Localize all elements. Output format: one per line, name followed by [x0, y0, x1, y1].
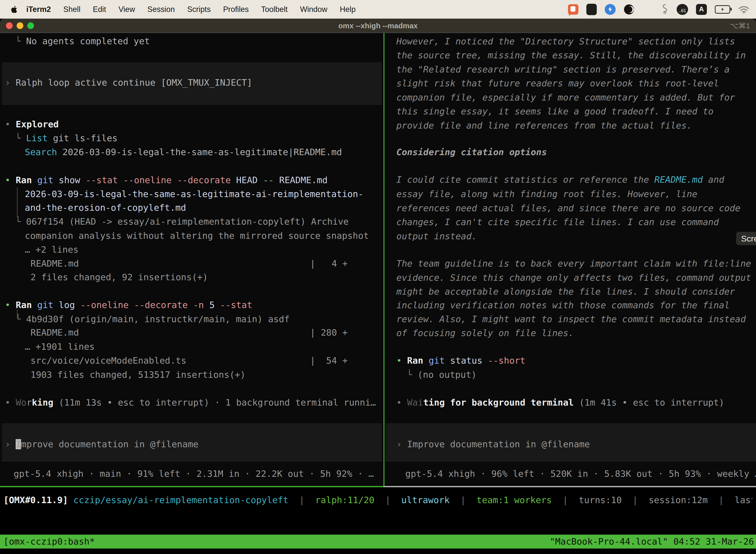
reasoning-line: companion file, especially if more comme… — [396, 90, 735, 105]
window-title: omx --xhigh --madmax — [0, 19, 756, 33]
menu-items: iTerm2 Shell Edit View Session Scripts P… — [26, 5, 356, 14]
terminal-pane-right[interactable]: However, I noticed the "Directory Struct… — [384, 33, 756, 486]
waiting-status-line: • Waiting for background terminal (1m 41… — [396, 395, 724, 409]
reasoning-line: changes, I can't cite specific file line… — [396, 215, 719, 229]
reasoning-line: this single essay, it seems like a good … — [396, 104, 713, 118]
menu-item-session[interactable]: Session — [147, 5, 175, 14]
git-log-output-commit: └ 4b9d30f (origin/main, instructkr/main,… — [15, 312, 290, 326]
tmux-session-name[interactable]: [omx-cczip0:bash* — [3, 535, 95, 549]
ralph-loop-line: › Ralph loop active continue [OMX_TMUX_I… — [5, 75, 252, 90]
omx-status-bar: [OMX#0.11.9] cczip/essay/ai-reimplementa… — [3, 493, 753, 507]
reasoning-line: the "Related research writing" section i… — [396, 62, 730, 76]
git-status-command: • Ran git status --short — [396, 353, 525, 368]
left-session-status: gpt-5.4 xhigh · main · 91% left · 2.31M … — [14, 466, 374, 481]
explored-list-line: └ List git ls-files — [15, 131, 118, 145]
pane-border-bottom-left — [0, 486, 383, 487]
git-status-output: └ (no output) — [407, 368, 477, 382]
battery-charging-icon[interactable] — [715, 5, 730, 14]
input-source-a-icon[interactable]: A — [696, 4, 707, 15]
menu-item-profiles[interactable]: Profiles — [223, 5, 249, 14]
git-show-output-more: … +2 lines — [25, 242, 79, 257]
reasoning-line: of focusing solely on file lines. — [396, 326, 574, 340]
tmux-host-clock: "MacBook-Pro-44.local" 04:52 31-Mar-26 — [550, 535, 754, 549]
reasoning-line: The team guideline is to back every impo… — [396, 257, 751, 271]
git-log-stat-more: … +1901 lines — [25, 340, 95, 354]
reasoning-line: I could cite commit statistics or refere… — [396, 172, 724, 187]
menu-item-view[interactable]: View — [119, 5, 135, 14]
explored-header: • Explored — [5, 117, 59, 131]
hook-icon[interactable] — [660, 3, 669, 15]
terminal-pane-left[interactable]: └ No agents completed yet › Ralph loop a… — [0, 33, 383, 486]
git-show-arg-line2: and-the-erosion-of-copyleft.md — [25, 201, 186, 215]
dots-grid-icon[interactable] — [642, 4, 652, 14]
reasoning-line: essay file, along with finding root file… — [396, 187, 697, 201]
pane-divider-vertical[interactable] — [383, 33, 384, 487]
wifi-icon[interactable] — [738, 5, 750, 14]
git-log-stat-voice: src/voice/voiceModeEnabled.ts | 54 + — [30, 353, 348, 368]
right-prompt-input[interactable]: › Improve documentation in @filename — [396, 437, 590, 451]
git-log-command: • Ran git log --oneline --decorate -n 5 … — [5, 298, 252, 312]
explored-search-line: Search 2026-03-09-is-legal-the-same-as-l… — [25, 145, 342, 159]
reasoning-heading: Considering citation options — [396, 145, 547, 159]
badge-61-icon[interactable]: ..61 — [677, 4, 688, 15]
git-log-stat-readme: README.md | 280 + — [30, 325, 348, 340]
apple-icon[interactable] — [10, 4, 18, 14]
git-show-command: • Ran git show --stat --oneline --decora… — [5, 173, 328, 187]
git-show-stat-readme: README.md | 4 + — [30, 257, 348, 271]
left-prompt-input[interactable]: › Improve documentation in @filename — [5, 437, 198, 451]
menu-item-window[interactable]: Window — [300, 5, 327, 14]
menu-item-help[interactable]: Help — [340, 5, 356, 14]
window-shortcut-badge: ⌥⌘1 — [730, 19, 750, 33]
tmux-status-bar: [omx-cczip0:bash* "MacBook-Pro-44.local"… — [0, 535, 756, 549]
menu-item-toolbelt[interactable]: Toolbelt — [261, 5, 288, 14]
reasoning-line: references need actual files, and since … — [396, 201, 740, 215]
keyboard-icon[interactable] — [586, 4, 597, 15]
reasoning-line: output instead. — [396, 229, 477, 243]
screen-overlay-tooltip: Scre — [736, 232, 756, 245]
git-show-stat-summary: 2 files changed, 92 insertions(+) — [30, 270, 208, 284]
menu-item-iterm2[interactable]: iTerm2 — [26, 5, 51, 14]
reasoning-line: the source tree, missing the essay. Stil… — [396, 48, 746, 62]
right-session-status: gpt-5.4 xhigh · 96% left · 520K in · 5.8… — [405, 466, 756, 481]
reasoning-line: provide file and line references from th… — [396, 118, 692, 132]
window-title-bar: omx --xhigh --madmax ⌥⌘1 — [0, 19, 756, 33]
working-status-line: • Working (11m 13s • esc to interrupt) ·… — [5, 395, 376, 409]
reasoning-line: might be acceptable alongside the file l… — [396, 284, 735, 298]
reasoning-line: review. Also, I might want to inspect th… — [396, 312, 746, 326]
menu-bar: iTerm2 Shell Edit View Session Scripts P… — [0, 0, 756, 19]
reasoning-line: slight risk that future readers may over… — [396, 76, 719, 90]
pane-border-bottom-right — [383, 486, 756, 487]
menu-item-shell[interactable]: Shell — [63, 5, 80, 14]
git-show-output-commit: └ 067f154 (HEAD -> essay/ai-reimplementa… — [15, 214, 349, 229]
terminal-content: └ No agents completed yet › Ralph loop a… — [0, 33, 756, 486]
screenshot-chat-icon[interactable] — [568, 4, 578, 15]
git-show-output-msg: companion analysis without altering the … — [25, 229, 369, 243]
menu-item-edit[interactable]: Edit — [93, 5, 106, 14]
agents-status-line: └ No agents completed yet — [15, 34, 150, 48]
git-show-arg-line1: 2026-03-09-is-legal-the-same-as-legitima… — [25, 187, 363, 201]
menu-item-scripts[interactable]: Scripts — [187, 5, 211, 14]
tree-guide-line — [17, 187, 18, 217]
reasoning-line: including verification notes with those … — [396, 298, 730, 312]
reasoning-line: evidence. Since this change only affects… — [396, 271, 751, 285]
reasoning-line: However, I noticed the "Directory Struct… — [396, 34, 735, 48]
git-log-stat-summary: 1903 files changed, 513517 insertions(+) — [30, 368, 246, 382]
bolt-circle-icon[interactable] — [605, 4, 616, 15]
crescent-circle-icon[interactable] — [624, 4, 634, 15]
